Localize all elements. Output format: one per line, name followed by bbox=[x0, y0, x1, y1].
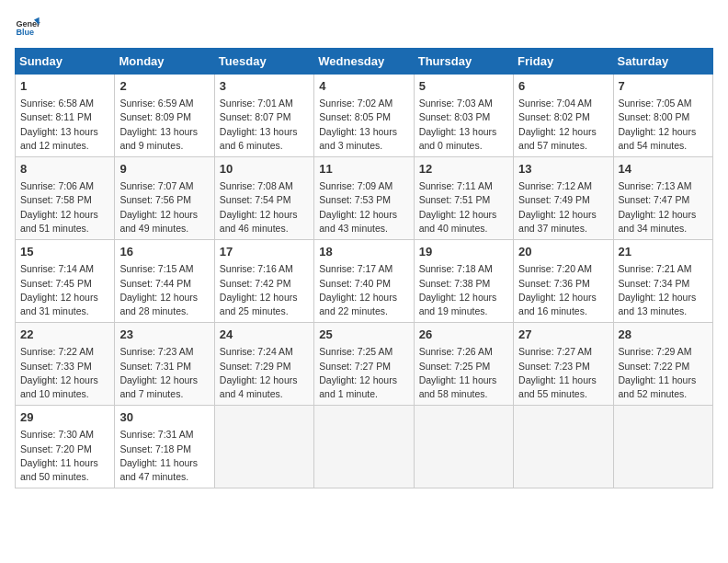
calendar-cell: 21Sunrise: 7:21 AMSunset: 7:34 PMDayligh… bbox=[613, 240, 712, 323]
calendar-header-thursday: Thursday bbox=[414, 49, 513, 75]
day-info: Sunrise: 7:29 AMSunset: 7:22 PMDaylight:… bbox=[619, 345, 708, 401]
calendar-cell: 23Sunrise: 7:23 AMSunset: 7:31 PMDayligh… bbox=[115, 323, 214, 406]
calendar-cell: 5Sunrise: 7:03 AMSunset: 8:03 PMDaylight… bbox=[414, 75, 513, 157]
day-info: Sunrise: 7:24 AMSunset: 7:29 PMDaylight:… bbox=[220, 345, 309, 401]
day-number: 5 bbox=[419, 78, 508, 95]
day-number: 17 bbox=[220, 244, 309, 260]
svg-text:Blue: Blue bbox=[16, 28, 34, 37]
calendar-header-row: SundayMondayTuesdayWednesdayThursdayFrid… bbox=[16, 49, 713, 75]
calendar-header-saturday: Saturday bbox=[613, 49, 712, 75]
calendar-cell: 15Sunrise: 7:14 AMSunset: 7:45 PMDayligh… bbox=[16, 240, 115, 323]
calendar-week-row: 29Sunrise: 7:30 AMSunset: 7:20 PMDayligh… bbox=[16, 406, 713, 488]
day-info: Sunrise: 7:18 AMSunset: 7:38 PMDaylight:… bbox=[419, 262, 508, 318]
day-number: 2 bbox=[119, 78, 209, 95]
day-number: 20 bbox=[518, 244, 608, 260]
calendar-week-row: 22Sunrise: 7:22 AMSunset: 7:33 PMDayligh… bbox=[16, 323, 713, 406]
day-number: 1 bbox=[20, 78, 109, 95]
calendar-cell: 7Sunrise: 7:05 AMSunset: 8:00 PMDaylight… bbox=[613, 75, 712, 157]
calendar-cell: 8Sunrise: 7:06 AMSunset: 7:58 PMDaylight… bbox=[16, 157, 115, 240]
day-number: 3 bbox=[220, 78, 309, 95]
calendar-cell: 22Sunrise: 7:22 AMSunset: 7:33 PMDayligh… bbox=[16, 323, 115, 406]
calendar-cell bbox=[214, 406, 313, 488]
day-info: Sunrise: 7:14 AMSunset: 7:45 PMDaylight:… bbox=[20, 262, 109, 318]
day-info: Sunrise: 7:23 AMSunset: 7:31 PMDaylight:… bbox=[119, 345, 209, 401]
day-info: Sunrise: 7:27 AMSunset: 7:23 PMDaylight:… bbox=[518, 345, 608, 401]
calendar-cell: 17Sunrise: 7:16 AMSunset: 7:42 PMDayligh… bbox=[214, 240, 313, 323]
calendar-header-sunday: Sunday bbox=[16, 49, 115, 75]
day-number: 9 bbox=[119, 161, 209, 178]
day-number: 21 bbox=[619, 244, 708, 260]
day-number: 18 bbox=[319, 244, 408, 260]
calendar-cell: 10Sunrise: 7:08 AMSunset: 7:54 PMDayligh… bbox=[214, 157, 313, 240]
day-number: 27 bbox=[518, 327, 608, 343]
day-info: Sunrise: 7:02 AMSunset: 8:05 PMDaylight:… bbox=[319, 97, 408, 153]
calendar-cell: 26Sunrise: 7:26 AMSunset: 7:25 PMDayligh… bbox=[414, 323, 513, 406]
day-info: Sunrise: 7:26 AMSunset: 7:25 PMDaylight:… bbox=[419, 345, 508, 401]
day-info: Sunrise: 6:58 AMSunset: 8:11 PMDaylight:… bbox=[20, 97, 109, 153]
day-info: Sunrise: 7:05 AMSunset: 8:00 PMDaylight:… bbox=[619, 97, 708, 153]
calendar-cell: 30Sunrise: 7:31 AMSunset: 7:18 PMDayligh… bbox=[115, 406, 214, 488]
day-info: Sunrise: 6:59 AMSunset: 8:09 PMDaylight:… bbox=[119, 97, 209, 153]
day-info: Sunrise: 7:08 AMSunset: 7:54 PMDaylight:… bbox=[220, 179, 309, 236]
calendar-cell: 25Sunrise: 7:25 AMSunset: 7:27 PMDayligh… bbox=[314, 323, 414, 406]
calendar-table: SundayMondayTuesdayWednesdayThursdayFrid… bbox=[15, 48, 713, 488]
day-info: Sunrise: 7:04 AMSunset: 8:02 PMDaylight:… bbox=[518, 97, 608, 153]
calendar-cell: 18Sunrise: 7:17 AMSunset: 7:40 PMDayligh… bbox=[314, 240, 414, 323]
calendar-cell: 29Sunrise: 7:30 AMSunset: 7:20 PMDayligh… bbox=[16, 406, 115, 488]
day-info: Sunrise: 7:31 AMSunset: 7:18 PMDaylight:… bbox=[119, 428, 209, 484]
day-number: 16 bbox=[119, 244, 209, 260]
day-info: Sunrise: 7:25 AMSunset: 7:27 PMDaylight:… bbox=[319, 345, 408, 401]
day-info: Sunrise: 7:11 AMSunset: 7:51 PMDaylight:… bbox=[419, 179, 508, 236]
day-number: 22 bbox=[20, 327, 109, 343]
calendar-header-wednesday: Wednesday bbox=[314, 49, 414, 75]
day-number: 19 bbox=[419, 244, 508, 260]
day-number: 13 bbox=[518, 161, 608, 178]
calendar-cell: 20Sunrise: 7:20 AMSunset: 7:36 PMDayligh… bbox=[514, 240, 613, 323]
calendar-cell: 3Sunrise: 7:01 AMSunset: 8:07 PMDaylight… bbox=[214, 75, 313, 157]
calendar-cell: 6Sunrise: 7:04 AMSunset: 8:02 PMDaylight… bbox=[514, 75, 613, 157]
calendar-cell bbox=[613, 406, 712, 488]
day-number: 11 bbox=[319, 161, 408, 178]
calendar-cell bbox=[314, 406, 414, 488]
day-info: Sunrise: 7:01 AMSunset: 8:07 PMDaylight:… bbox=[220, 97, 309, 153]
calendar-cell: 14Sunrise: 7:13 AMSunset: 7:47 PMDayligh… bbox=[613, 157, 712, 240]
day-number: 24 bbox=[220, 327, 309, 343]
day-number: 25 bbox=[319, 327, 408, 343]
day-info: Sunrise: 7:12 AMSunset: 7:49 PMDaylight:… bbox=[518, 179, 608, 236]
calendar-cell: 11Sunrise: 7:09 AMSunset: 7:53 PMDayligh… bbox=[314, 157, 414, 240]
day-info: Sunrise: 7:30 AMSunset: 7:20 PMDaylight:… bbox=[20, 428, 109, 484]
day-number: 29 bbox=[20, 409, 109, 426]
logo: General Blue bbox=[15, 15, 44, 40]
calendar-cell: 19Sunrise: 7:18 AMSunset: 7:38 PMDayligh… bbox=[414, 240, 513, 323]
day-info: Sunrise: 7:21 AMSunset: 7:34 PMDaylight:… bbox=[619, 262, 708, 318]
day-number: 10 bbox=[220, 161, 309, 178]
day-number: 28 bbox=[619, 327, 708, 343]
day-info: Sunrise: 7:16 AMSunset: 7:42 PMDaylight:… bbox=[220, 262, 309, 318]
logo-icon: General Blue bbox=[15, 15, 40, 40]
calendar-cell: 16Sunrise: 7:15 AMSunset: 7:44 PMDayligh… bbox=[115, 240, 214, 323]
day-info: Sunrise: 7:15 AMSunset: 7:44 PMDaylight:… bbox=[119, 262, 209, 318]
day-info: Sunrise: 7:13 AMSunset: 7:47 PMDaylight:… bbox=[619, 179, 708, 236]
calendar-week-row: 15Sunrise: 7:14 AMSunset: 7:45 PMDayligh… bbox=[16, 240, 713, 323]
day-info: Sunrise: 7:20 AMSunset: 7:36 PMDaylight:… bbox=[518, 262, 608, 318]
day-info: Sunrise: 7:06 AMSunset: 7:58 PMDaylight:… bbox=[20, 179, 109, 236]
page-header: General Blue bbox=[15, 15, 713, 40]
day-number: 30 bbox=[119, 409, 209, 426]
calendar-cell bbox=[414, 406, 513, 488]
calendar-cell: 4Sunrise: 7:02 AMSunset: 8:05 PMDaylight… bbox=[314, 75, 414, 157]
calendar-cell: 2Sunrise: 6:59 AMSunset: 8:09 PMDaylight… bbox=[115, 75, 214, 157]
calendar-cell: 12Sunrise: 7:11 AMSunset: 7:51 PMDayligh… bbox=[414, 157, 513, 240]
calendar-cell: 1Sunrise: 6:58 AMSunset: 8:11 PMDaylight… bbox=[16, 75, 115, 157]
day-info: Sunrise: 7:09 AMSunset: 7:53 PMDaylight:… bbox=[319, 179, 408, 236]
calendar-cell: 28Sunrise: 7:29 AMSunset: 7:22 PMDayligh… bbox=[613, 323, 712, 406]
calendar-cell: 13Sunrise: 7:12 AMSunset: 7:49 PMDayligh… bbox=[514, 157, 613, 240]
day-number: 6 bbox=[518, 78, 608, 95]
day-number: 8 bbox=[20, 161, 109, 178]
day-info: Sunrise: 7:03 AMSunset: 8:03 PMDaylight:… bbox=[419, 97, 508, 153]
day-number: 7 bbox=[619, 78, 708, 95]
day-number: 15 bbox=[20, 244, 109, 260]
calendar-week-row: 1Sunrise: 6:58 AMSunset: 8:11 PMDaylight… bbox=[16, 75, 713, 157]
calendar-header-monday: Monday bbox=[115, 49, 214, 75]
day-info: Sunrise: 7:17 AMSunset: 7:40 PMDaylight:… bbox=[319, 262, 408, 318]
day-number: 14 bbox=[619, 161, 708, 178]
